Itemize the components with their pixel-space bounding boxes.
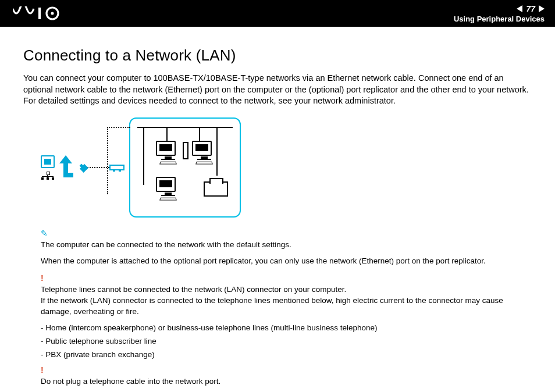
bullet-item: Home (intercom speakerphone) or business… [41, 323, 532, 332]
warning-text-1a: Telephone lines cannot be connected to t… [41, 285, 346, 294]
vaio-logo [13, 6, 71, 20]
page-header: 77 Using Peripheral Devices [0, 0, 555, 27]
ethernet-port-block [41, 155, 55, 180]
svg-rect-0 [38, 8, 41, 19]
lan-network-box [129, 117, 241, 218]
note-text-2: When the computer is attached to the opt… [41, 256, 532, 267]
dotted-cable-line [87, 167, 109, 168]
page-content: Connecting to a Network (LAN) You can co… [0, 27, 555, 387]
warning-text-1b: If the network (LAN) connector is connec… [41, 296, 503, 316]
computer-icon [156, 141, 180, 166]
up-arrow-icon [58, 155, 73, 180]
page-title: Connecting to a Network (LAN) [23, 47, 532, 65]
cable-connector-icon [79, 164, 87, 171]
note-text-1: The computer can be connected to the net… [41, 240, 532, 251]
note-block: ✎ The computer can be connected to the n… [41, 228, 532, 268]
bullet-item: PBX (private branch exchange) [41, 350, 532, 359]
network-symbol-icon [41, 172, 54, 180]
section-title: Using Peripheral Devices [454, 15, 545, 23]
ethernet-port-icon [41, 155, 55, 168]
note-icon: ✎ [41, 229, 48, 238]
computer-icon [192, 141, 216, 166]
warning-icon: ! [41, 365, 44, 375]
network-diagram [41, 117, 532, 218]
page-navigator: 77 [454, 4, 545, 13]
bullet-item: Public telephone subscriber line [41, 337, 532, 345]
warning-text-2: Do not plug a telephone cable into the n… [41, 377, 220, 386]
bullet-list: Home (intercom speakerphone) or business… [41, 323, 532, 359]
header-right: 77 Using Peripheral Devices [454, 4, 545, 23]
warning-block-1: ! Telephone lines cannot be connected to… [41, 273, 532, 318]
warning-block-2: ! Do not plug a telephone cable into the… [41, 365, 532, 387]
page-number: 77 [526, 4, 535, 13]
svg-point-2 [51, 12, 54, 15]
printer-icon [204, 181, 228, 197]
next-page-icon[interactable] [539, 5, 545, 12]
warning-icon: ! [41, 273, 44, 283]
prev-page-icon[interactable] [517, 5, 522, 12]
computer-icon [156, 177, 180, 202]
intro-paragraph: You can connect your computer to 100BASE… [23, 73, 532, 107]
hub-icon [109, 165, 124, 170]
